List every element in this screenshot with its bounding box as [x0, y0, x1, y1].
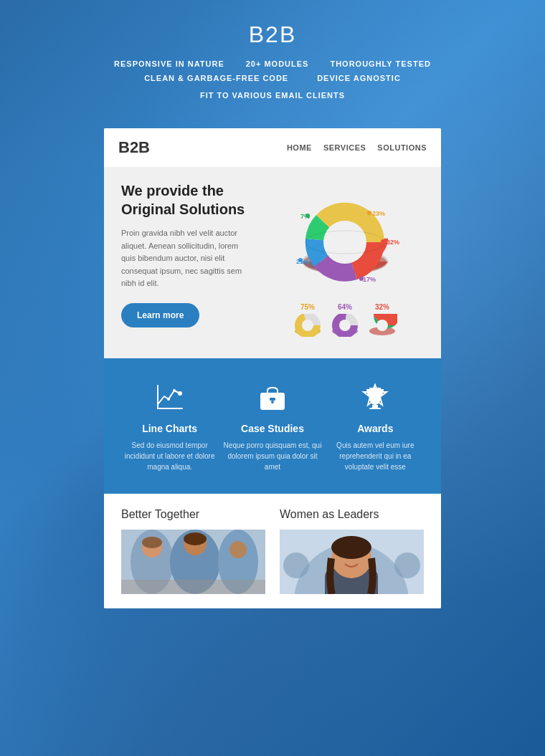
- svg-point-15: [376, 320, 388, 331]
- line-chart-icon: [120, 380, 220, 416]
- articles-section: Better Together: [104, 494, 441, 608]
- svg-point-5: [381, 239, 385, 244]
- top-header: B2B RESPONSIVE IN NATURE 20+ MODULES THO…: [0, 0, 545, 121]
- card-nav: HOME SERVICES SOLUTIONS: [287, 143, 427, 152]
- svg-point-19: [173, 389, 176, 392]
- mini-pie-0: [293, 314, 323, 337]
- svg-point-42: [283, 552, 309, 578]
- article-title-0: Better Together: [121, 508, 265, 521]
- features-row-2: CLEAN & GARBAGE-FREE CODE DEVICE AGNOSTI…: [14, 74, 531, 82]
- mini-label-2: 32%: [375, 303, 389, 311]
- svg-rect-23: [270, 398, 275, 401]
- award-icon: [325, 380, 425, 416]
- svg-point-41: [331, 536, 371, 559]
- svg-point-33: [229, 541, 247, 558]
- feature-desc-0: Sed do eiusmod tempor incididunt ut labo…: [120, 440, 220, 472]
- svg-point-24: [271, 401, 274, 403]
- site-title: B2B: [14, 21, 531, 48]
- feature-tag-5: FIT TO VARIOUS EMAIL CLIENTS: [200, 91, 345, 100]
- feature-block-1: Case Studies Neque porro quisquam est, q…: [222, 380, 323, 472]
- article-title-1: Women as Leaders: [280, 508, 424, 521]
- svg-point-6: [359, 277, 364, 281]
- svg-rect-25: [372, 405, 378, 408]
- mini-label-1: 64%: [338, 303, 352, 311]
- feature-tag-1: 20+ MODULES: [246, 59, 309, 68]
- feature-title-1: Case Studies: [222, 423, 323, 434]
- svg-rect-16: [157, 408, 183, 409]
- article-img-1: [280, 530, 424, 594]
- card-logo: B2B: [118, 138, 150, 157]
- svg-point-43: [394, 552, 420, 578]
- article-img-0: [121, 530, 265, 594]
- nav-solutions[interactable]: SOLUTIONS: [377, 143, 427, 152]
- label-23: 23%: [372, 210, 385, 217]
- features-row-3: FIT TO VARIOUS EMAIL CLIENTS: [14, 88, 531, 101]
- svg-rect-36: [121, 580, 265, 594]
- svg-point-7: [298, 258, 303, 262]
- svg-point-11: [302, 320, 313, 331]
- svg-rect-17: [157, 385, 158, 409]
- card-header: B2B HOME SERVICES SOLUTIONS: [104, 128, 441, 167]
- main-card: B2B HOME SERVICES SOLUTIONS We provide t…: [104, 128, 441, 608]
- mini-charts: 75% 64%: [285, 303, 404, 344]
- label-21: 21%: [296, 258, 309, 265]
- mini-pie-1: [330, 314, 360, 337]
- feature-desc-2: Quis autem vel eum iure reprehenderit qu…: [325, 440, 425, 472]
- svg-point-9: [367, 211, 371, 215]
- feature-title-2: Awards: [325, 423, 425, 434]
- article-block-0: Better Together: [121, 508, 265, 594]
- card-left: We provide the Original Solutions Proin …: [121, 181, 255, 344]
- mini-label-0: 75%: [300, 303, 315, 311]
- svg-point-18: [178, 391, 182, 396]
- label-17: 17%: [363, 276, 376, 283]
- mini-chart-1: 64%: [330, 303, 360, 337]
- feature-title-0: Line Charts: [120, 423, 220, 434]
- nav-home[interactable]: HOME: [287, 143, 312, 152]
- donut-chart: 32% 17% 21% 7% 23%: [280, 181, 409, 296]
- mini-chart-0: 75%: [293, 303, 323, 337]
- svg-point-20: [167, 398, 170, 401]
- feature-block-0: Line Charts Sed do eiusmod tempor incidi…: [120, 380, 220, 472]
- feature-tag-0: RESPONSIVE IN NATURE: [114, 59, 224, 68]
- svg-point-13: [339, 320, 351, 331]
- features-section: Line Charts Sed do eiusmod tempor incidi…: [104, 358, 441, 494]
- donut-svg: 32% 17% 21% 7% 23%: [280, 181, 409, 296]
- feature-tag-4: DEVICE AGNOSTIC: [317, 74, 401, 82]
- card-right: 32% 17% 21% 7% 23%: [266, 181, 424, 344]
- mini-chart-2: 32%: [367, 303, 397, 337]
- card-body: We provide the Original Solutions Proin …: [104, 167, 441, 358]
- article-block-1: Women as Leaders: [280, 508, 424, 594]
- svg-rect-26: [369, 408, 381, 409]
- feature-tag-2: THOROUGHLY TESTED: [330, 59, 430, 68]
- svg-point-8: [305, 214, 310, 218]
- features-row-1: RESPONSIVE IN NATURE 20+ MODULES THOROUG…: [14, 59, 531, 68]
- svg-point-3: [323, 221, 366, 264]
- feature-tag-3: CLEAN & GARBAGE-FREE CODE: [144, 74, 288, 82]
- briefcase-icon: [222, 380, 323, 416]
- feature-desc-1: Neque porro quisquam est, qui dolorem ip…: [222, 440, 323, 472]
- nav-services[interactable]: SERVICES: [323, 143, 366, 152]
- svg-point-34: [142, 537, 162, 548]
- content-wrapper: B2B RESPONSIVE IN NATURE 20+ MODULES THO…: [0, 0, 545, 608]
- mini-pie-2: [367, 314, 397, 337]
- card-title: We provide the Original Solutions: [121, 181, 255, 219]
- learn-more-button[interactable]: Learn more: [121, 303, 199, 327]
- feature-block-2: Awards Quis autem vel eum iure reprehend…: [325, 380, 425, 472]
- label-32: 32%: [387, 239, 399, 246]
- svg-point-35: [184, 532, 207, 545]
- card-text: Proin gravida nibh vel velit auctor aliq…: [121, 227, 255, 290]
